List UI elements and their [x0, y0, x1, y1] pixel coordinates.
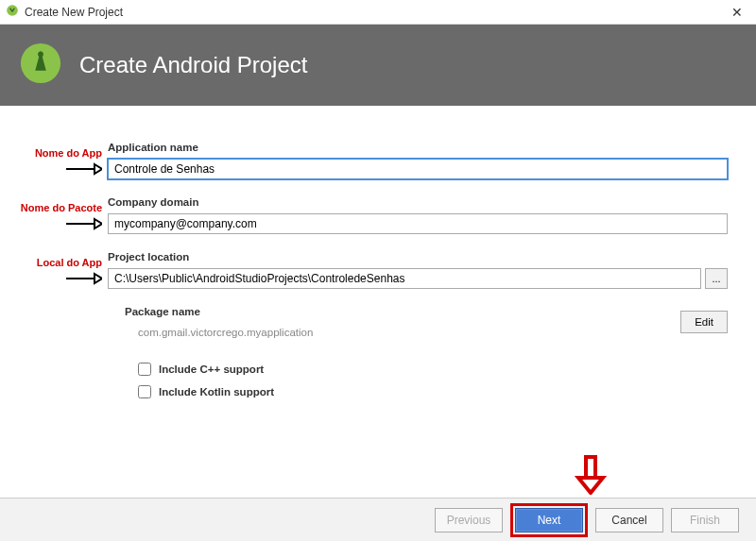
include-cpp-input[interactable] [138, 363, 151, 376]
app-icon [6, 4, 19, 20]
svg-point-0 [7, 5, 18, 16]
header-title: Create Android Project [79, 52, 307, 78]
arrow-right-icon [64, 162, 102, 179]
window-title: Create New Project [25, 6, 123, 19]
include-kotlin-input[interactable] [138, 385, 151, 398]
annotation-location: Local do App [37, 257, 102, 268]
project-location-label: Project location [108, 251, 728, 262]
annotation-app-name: Nome do App [35, 147, 102, 159]
annotation-package: Nome do Pacote [21, 202, 102, 213]
form-area: Nome do App Application name Nome do Pac… [0, 123, 756, 494]
previous-button: Previous [435, 508, 503, 533]
arrow-right-icon [64, 217, 102, 234]
include-cpp-checkbox[interactable]: Include C++ support [138, 363, 728, 376]
finish-button: Finish [671, 508, 739, 533]
arrow-down-icon [567, 453, 614, 497]
include-cpp-label: Include C++ support [159, 363, 264, 375]
include-kotlin-label: Include Kotlin support [159, 386, 274, 397]
wizard-footer: Previous Next Cancel Finish [0, 498, 756, 541]
application-name-input[interactable] [108, 159, 728, 179]
package-name-label: Package name [125, 306, 671, 317]
application-name-label: Application name [108, 142, 728, 153]
next-button[interactable]: Next [515, 508, 583, 533]
cancel-button[interactable]: Cancel [595, 508, 663, 533]
include-kotlin-checkbox[interactable]: Include Kotlin support [138, 385, 728, 398]
arrow-right-icon [64, 272, 102, 289]
svg-rect-9 [586, 457, 595, 478]
svg-marker-6 [94, 219, 102, 228]
svg-marker-8 [94, 274, 102, 283]
svg-marker-4 [94, 164, 102, 174]
svg-marker-10 [578, 478, 603, 493]
edit-button[interactable]: Edit [680, 311, 728, 333]
project-location-input[interactable] [108, 268, 701, 289]
package-name-value: com.gmail.victorcrego.myapplication [125, 327, 671, 338]
company-domain-label: Company domain [108, 196, 728, 208]
next-highlight: Next [510, 503, 588, 537]
company-domain-input[interactable] [108, 213, 728, 234]
wizard-header: Create Android Project [0, 25, 756, 106]
close-icon[interactable]: ✕ [726, 3, 748, 22]
titlebar: Create New Project ✕ [0, 0, 756, 25]
android-studio-icon [19, 42, 62, 89]
svg-point-2 [38, 52, 43, 58]
browse-button[interactable]: ... [705, 268, 728, 289]
